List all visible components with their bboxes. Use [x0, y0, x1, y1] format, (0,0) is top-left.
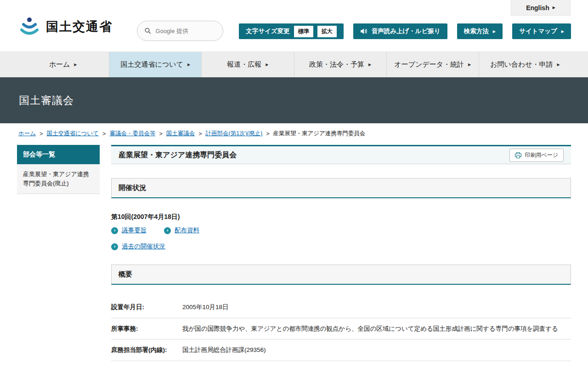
- chevron-right-icon: ▶: [493, 29, 496, 34]
- search-method-label: 検索方法: [464, 27, 489, 35]
- breadcrumb-separator: >: [266, 131, 269, 137]
- search-input[interactable]: [156, 28, 215, 34]
- site-name: 国土交通省: [46, 18, 113, 35]
- font-size-label: 文字サイズ変更: [246, 27, 289, 35]
- sitemap-button[interactable]: サイトマップ ▶: [512, 23, 571, 39]
- nav-item-policy[interactable]: 政策・法令・予算 ▶: [294, 52, 386, 77]
- sidebar: 部会等一覧 産業展望・東アジア連携専門委員会(廃止): [17, 145, 100, 194]
- table-row: 庶務担当部署(内線): 国土計画局総合計画課(29356): [111, 339, 571, 361]
- sidebar-item-committee[interactable]: 産業展望・東アジア連携専門委員会(廃止): [17, 164, 100, 194]
- chevron-right-icon: ▶: [187, 63, 190, 67]
- speaker-icon: [360, 28, 368, 34]
- nav-label: 国土交通省について: [120, 60, 183, 69]
- chevron-right-icon: ▶: [561, 29, 564, 34]
- font-size-standard-button[interactable]: 標準: [294, 26, 313, 37]
- site-header: English ▶ 国土交通省 文字サイズ変更 標準 拡大: [0, 0, 588, 52]
- row-label: 庶務担当部署(内線):: [111, 345, 182, 355]
- nav-item-opendata[interactable]: オープンデータ・統計 ▶: [386, 52, 479, 77]
- speech-reading-button[interactable]: 音声読み上げ・ルビ振り: [353, 23, 447, 39]
- nav-label: お問い合わせ・申請: [490, 60, 553, 69]
- past-meetings-row: › 過去の開催状況: [111, 242, 571, 251]
- row-value: 2005年10月18日: [182, 302, 571, 312]
- print-page-button[interactable]: 印刷用ページ: [509, 149, 564, 162]
- nav-label: 政策・法令・予算: [309, 60, 364, 69]
- past-meetings-link-label[interactable]: 過去の開催状況: [122, 242, 165, 251]
- materials-link[interactable]: › 配布資料: [164, 226, 199, 235]
- page-title: 産業展望・東アジア連携専門委員会: [119, 150, 237, 160]
- nav-item-contact[interactable]: お問い合わせ・申請 ▶: [479, 52, 571, 77]
- chevron-right-icon: ▶: [557, 63, 560, 67]
- speech-reading-label: 音声読み上げ・ルビ振り: [372, 27, 441, 35]
- section-heading-meetings: 開催状況: [111, 178, 571, 198]
- nav-item-about-mlit[interactable]: 国土交通省について ▶: [109, 52, 201, 77]
- printer-icon: [515, 152, 521, 158]
- materials-link-label[interactable]: 配布資料: [175, 226, 199, 235]
- chevron-right-icon: ▶: [74, 63, 77, 67]
- past-meetings-link[interactable]: › 過去の開催状況: [111, 242, 165, 251]
- nav-label: 報道・広報: [227, 60, 261, 69]
- english-label: English: [526, 4, 549, 12]
- section-heading-overview: 概要: [111, 264, 571, 285]
- row-label: 設置年月日:: [111, 302, 182, 312]
- header-utility-buttons: 文字サイズ変更 標準 拡大 音声読み上げ・ルビ振り 検索方法 ▶ サイトマップ …: [239, 23, 571, 39]
- breadcrumb-link[interactable]: 国土審議会: [166, 130, 195, 138]
- nav-label: ホーム: [49, 60, 70, 69]
- row-value: 国土計画局総合計画課(29356): [182, 345, 571, 355]
- minutes-link-label[interactable]: 議事要旨: [122, 226, 147, 235]
- banner-title: 国土審議会: [19, 93, 74, 108]
- search-method-button[interactable]: 検索方法 ▶: [457, 23, 503, 39]
- breadcrumb-separator: >: [40, 131, 43, 137]
- page-banner: 国土審議会: [0, 77, 588, 123]
- row-value: 我が国の国際競争力や、東アジアとの都市間連携の観点から、全国の区域について定める…: [182, 324, 571, 334]
- breadcrumb-link[interactable]: 審議会・委員会等: [109, 130, 155, 138]
- breadcrumb-separator: >: [102, 131, 106, 137]
- font-size-large-button[interactable]: 拡大: [317, 26, 337, 37]
- content-area: 部会等一覧 産業展望・東アジア連携専門委員会(廃止) 産業展望・東アジア連携専門…: [0, 142, 588, 368]
- breadcrumb-link[interactable]: 計画部会(第1次)(廃止): [206, 130, 263, 138]
- table-row: 設置年月日: 2005年10月18日: [111, 297, 571, 318]
- breadcrumb: ホーム > 国土交通省について > 審議会・委員会等 > 国土審議会 > 計画部…: [0, 123, 588, 142]
- overview-table: 設置年月日: 2005年10月18日 所掌事務: 我が国の国際競争力や、東アジア…: [111, 297, 571, 361]
- nav-label: オープンデータ・統計: [394, 60, 464, 69]
- font-size-control: 文字サイズ変更 標準 拡大: [239, 23, 343, 39]
- sitemap-label: サイトマップ: [519, 27, 557, 35]
- breadcrumb-link[interactable]: 国土交通省について: [46, 130, 99, 138]
- chevron-right-icon: ▶: [553, 6, 555, 10]
- table-row: 所掌事務: 我が国の国際競争力や、東アジアとの都市間連携の観点から、全国の区域に…: [111, 318, 571, 340]
- minutes-link[interactable]: › 議事要旨: [111, 226, 147, 235]
- arrow-circle-icon: ›: [111, 227, 118, 234]
- global-nav: ホーム ▶ 国土交通省について ▶ 報道・広報 ▶ 政策・法令・予算 ▶ オープ…: [0, 52, 588, 77]
- main-content: 産業展望・東アジア連携専門委員会 印刷用ページ 開催状況 第10回(2007年4…: [111, 145, 571, 368]
- english-button[interactable]: English ▶: [511, 0, 571, 16]
- arrow-circle-icon: ›: [164, 227, 171, 234]
- mlit-logo-icon: [18, 16, 40, 38]
- chevron-right-icon: ▶: [368, 63, 371, 67]
- chevron-right-icon: ▶: [266, 63, 268, 67]
- nav-item-press[interactable]: 報道・広報 ▶: [201, 52, 294, 77]
- page-title-bar: 産業展望・東アジア連携専門委員会 印刷用ページ: [111, 145, 571, 164]
- site-search[interactable]: [137, 21, 223, 41]
- search-icon: [145, 27, 151, 34]
- breadcrumb-separator: >: [198, 131, 202, 137]
- meeting-links: › 議事要旨 › 配布資料: [111, 226, 571, 235]
- meeting-title: 第10回(2007年4月18日): [111, 213, 571, 221]
- sidebar-title: 部会等一覧: [17, 145, 100, 164]
- breadcrumb-link[interactable]: ホーム: [18, 130, 36, 138]
- breadcrumb-current: 産業展望・東アジア連携専門委員会: [273, 130, 365, 138]
- site-logo[interactable]: 国土交通省: [18, 16, 113, 38]
- chevron-right-icon: ▶: [468, 63, 471, 67]
- print-page-label: 印刷用ページ: [525, 151, 558, 159]
- arrow-circle-icon: ›: [111, 243, 118, 250]
- breadcrumb-separator: >: [159, 131, 162, 137]
- nav-item-home[interactable]: ホーム ▶: [17, 52, 109, 77]
- row-label: 所掌事務:: [111, 324, 182, 334]
